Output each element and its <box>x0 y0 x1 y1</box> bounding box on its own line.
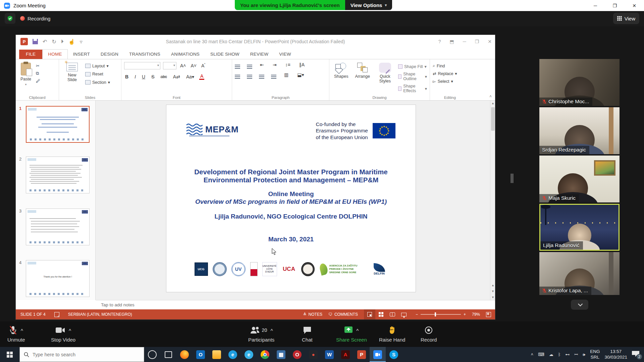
section-button[interactable]: Section ▾ <box>85 80 110 85</box>
tab-slideshow[interactable]: SLIDE SHOW <box>205 50 245 59</box>
normal-view-button[interactable] <box>364 309 375 319</box>
scroll-up-icon[interactable]: ▲ <box>490 101 495 106</box>
participants-options-caret[interactable]: ^ <box>270 328 273 333</box>
change-case-icon[interactable]: Aa▾ <box>185 74 195 79</box>
copy-icon[interactable]: ⧉ <box>36 71 40 76</box>
internet-explorer-icon[interactable]: e <box>241 347 257 362</box>
tab-insert[interactable]: INSERT <box>68 50 95 59</box>
powerpoint-icon[interactable]: P <box>354 347 370 362</box>
edge-icon[interactable]: e <box>225 347 241 362</box>
new-slide-button[interactable]: New Slide <box>62 62 83 83</box>
opera-icon[interactable]: O <box>289 347 305 362</box>
slideshow-view-button[interactable] <box>398 309 410 319</box>
task-view-icon[interactable] <box>160 347 176 362</box>
bold-icon[interactable]: B <box>124 74 129 79</box>
share-options-caret[interactable]: ^ <box>356 328 359 333</box>
scrollbar-thumb[interactable] <box>491 107 495 131</box>
paste-button[interactable]: Paste ▾ <box>18 62 33 87</box>
acrobat-icon[interactable]: A <box>337 347 354 362</box>
shape-effects-button[interactable]: Shape Effects ▾ <box>398 84 427 93</box>
ppt-restore-button[interactable]: ❐ <box>475 39 479 44</box>
customize-qat-icon[interactable]: ▿ <box>80 39 83 45</box>
tab-view[interactable]: VIEW <box>274 50 296 59</box>
participant-tile-kristofor[interactable]: Kristofor Lapa, ... <box>539 252 620 295</box>
file-explorer-icon[interactable] <box>209 347 225 362</box>
firefox-icon[interactable] <box>176 347 193 362</box>
participant-tile-srdjan[interactable]: Srdjan Redzepagic <box>539 107 620 154</box>
italic-icon[interactable]: I <box>133 74 137 79</box>
participant-tile-ljilja-active-speaker[interactable]: Ljilja Radunović <box>539 204 620 251</box>
word-icon[interactable]: W <box>321 347 337 362</box>
save-icon[interactable] <box>33 39 38 44</box>
next-slide-icon[interactable]: ▼ <box>490 289 495 294</box>
search-input[interactable] <box>33 352 133 357</box>
increase-font-icon[interactable]: A˄ <box>179 63 187 68</box>
touch-keyboard-icon[interactable]: ⌨ <box>538 352 544 357</box>
zoom-slider[interactable] <box>421 314 461 315</box>
tab-transitions[interactable]: TRANSITIONS <box>124 50 166 59</box>
align-left-icon[interactable] <box>235 75 240 75</box>
slide-thumbnail-3[interactable] <box>26 208 90 245</box>
calculator-icon[interactable]: ▦ <box>273 347 289 362</box>
font-color-icon[interactable]: A <box>199 73 204 80</box>
language-switcher[interactable]: ENG SRL <box>590 349 600 360</box>
strikethrough-icon[interactable]: S <box>150 74 155 79</box>
format-painter-icon[interactable]: 🖉 <box>36 78 40 83</box>
slide-thumbnail-4[interactable]: Thank you for the atention ! <box>26 260 90 297</box>
cortana-icon[interactable] <box>144 347 160 362</box>
taskbar-search[interactable] <box>19 347 144 362</box>
scroll-down-icon[interactable]: ▼ <box>490 295 495 300</box>
justify-icon[interactable] <box>271 75 276 75</box>
shape-outline-button[interactable]: Shape Outline ▾ <box>398 72 427 81</box>
participants-button[interactable]: 20 ^ Participants <box>248 323 274 343</box>
volume-icon[interactable]: 🕪 <box>583 352 585 357</box>
panel-resize-handle[interactable] <box>511 174 514 183</box>
security-shield-icon[interactable] <box>5 13 15 24</box>
action-center-icon[interactable]: 2 <box>632 351 641 358</box>
font-name-select[interactable] <box>124 62 160 69</box>
touch-mode-icon[interactable]: ☝ <box>68 39 75 45</box>
line-spacing-icon[interactable]: ↕≡ <box>284 62 291 67</box>
shapes-button[interactable]: Shapes <box>332 62 350 79</box>
bullets-icon[interactable] <box>235 65 240 65</box>
slide-canvas[interactable]: MEP&M Co-funded by the Erasmus+ Programm… <box>166 105 416 292</box>
align-right-icon[interactable] <box>259 75 264 75</box>
notes-toggle[interactable]: ≜NOTES <box>303 312 322 317</box>
tab-design[interactable]: DESIGN <box>95 50 124 59</box>
vertical-scrollbar[interactable]: ▲ ▲ ▼ ▼ <box>490 101 495 300</box>
select-button[interactable]: ▻Select ▾ <box>433 79 457 84</box>
gallery-view-button[interactable]: View <box>613 13 639 24</box>
ppt-close-button[interactable]: ✕ <box>488 39 492 44</box>
redo-icon[interactable]: ↻ <box>52 39 56 45</box>
tab-review[interactable]: REVIEW <box>245 50 274 59</box>
collapse-ribbon-icon[interactable]: ˄ <box>489 94 492 99</box>
previous-slide-icon[interactable]: ▲ <box>490 283 495 288</box>
record-button[interactable]: Record <box>421 323 437 343</box>
decrease-font-icon[interactable]: A˅ <box>190 63 198 68</box>
restore-button[interactable]: ❐ <box>605 0 625 11</box>
slide-thumbnail-1[interactable] <box>26 106 90 143</box>
ribbon-display-icon[interactable]: ⬒ <box>450 39 454 44</box>
quick-styles-button[interactable]: Quick Styles <box>375 62 395 84</box>
arrange-button[interactable]: Arrange <box>353 62 372 79</box>
cut-icon[interactable]: ✂ <box>36 63 40 68</box>
chrome-icon[interactable] <box>257 347 273 362</box>
align-text-icon[interactable]: ⬓▾ <box>296 72 305 77</box>
participant-tile-christophe[interactable]: Christophe Moc... <box>539 59 620 106</box>
tab-home[interactable]: HOME <box>42 49 67 59</box>
notes-pane[interactable]: Tap to add notes <box>96 300 495 309</box>
outlook-icon[interactable]: O <box>193 347 209 362</box>
view-options-button[interactable]: View Options ▾ <box>345 0 392 10</box>
media-app-icon[interactable]: ● <box>305 347 321 362</box>
bluetooth-icon[interactable]: ᛒ <box>558 352 561 357</box>
stop-video-button[interactable]: ^ Stop Video <box>51 323 75 343</box>
share-screen-button[interactable]: ^ Share Screen <box>336 323 367 343</box>
zoom-app-taskbar-icon[interactable] <box>370 347 386 362</box>
fit-slide-icon[interactable] <box>486 312 491 317</box>
skype-icon[interactable]: S <box>386 347 402 362</box>
zoom-in-icon[interactable]: + <box>464 312 466 317</box>
ppt-minimize-button[interactable]: ─ <box>463 39 466 44</box>
underline-icon[interactable]: U <box>141 74 146 79</box>
tab-animations[interactable]: ANIMATIONS <box>166 50 205 59</box>
increase-indent-icon[interactable]: ⇥ <box>272 62 278 67</box>
